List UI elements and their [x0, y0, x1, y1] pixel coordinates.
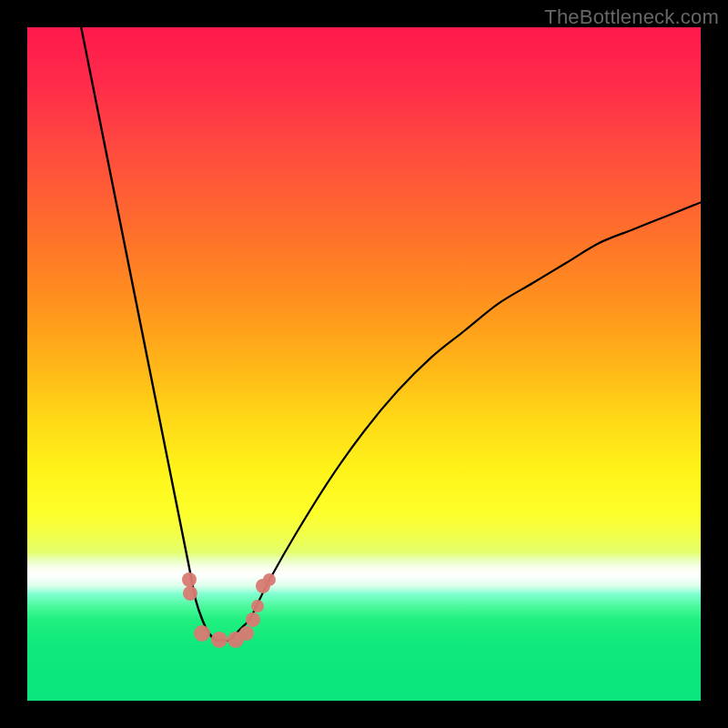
plot-area	[27, 27, 701, 701]
watermark-label: TheBottleneck.com	[544, 5, 719, 29]
data-marker	[183, 586, 197, 601]
chart-stage: TheBottleneck.com	[0, 0, 728, 728]
data-marker	[182, 572, 197, 587]
data-marker	[239, 626, 254, 641]
curve-right	[223, 202, 701, 641]
curve-layer	[27, 27, 701, 701]
data-marker	[246, 612, 260, 627]
data-marker	[211, 632, 228, 648]
data-marker	[194, 625, 210, 642]
data-marker	[251, 600, 264, 612]
curve-left	[81, 27, 222, 641]
data-marker	[263, 573, 276, 586]
